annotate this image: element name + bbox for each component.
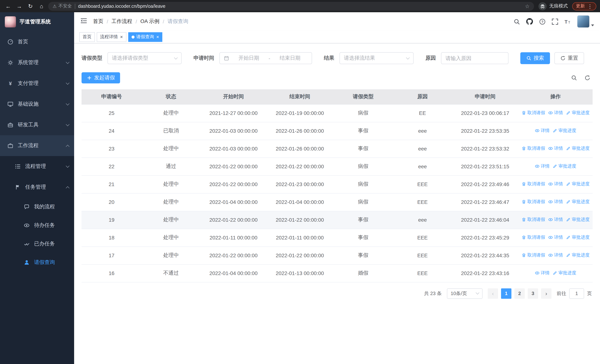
help-icon[interactable]: ? [539, 18, 545, 25]
cell-reason: eee [393, 158, 452, 175]
page-button-1[interactable]: 1 [501, 288, 511, 299]
approval-progress-link[interactable]: 审批进度 [566, 252, 590, 258]
date-range-separator: - [269, 55, 270, 61]
font-size-icon[interactable]: TT [564, 18, 571, 25]
fullscreen-icon[interactable] [552, 18, 558, 25]
browser-menu-icon[interactable]: ⋮ [587, 3, 593, 9]
cancel-leave-link[interactable]: 取消请假 [521, 145, 545, 152]
sidebar-item-my-processes[interactable]: 我的流程 [0, 197, 74, 216]
goto-page-input[interactable] [569, 288, 584, 299]
detail-link[interactable]: 详情 [548, 145, 563, 152]
detail-link[interactable]: 详情 [548, 252, 563, 258]
detail-link[interactable]: 详情 [548, 181, 563, 187]
cell-start: 2022-01-03 00:00:00 [200, 140, 266, 158]
browser-update-button[interactable]: 更新 ⋮ [572, 2, 596, 10]
gear-icon [7, 60, 13, 65]
search-button[interactable]: 搜索 [520, 52, 550, 64]
approval-progress-link[interactable]: 审批进度 [553, 163, 576, 169]
browser-forward-icon[interactable]: → [15, 2, 24, 10]
tab-label: 请假查询 [136, 34, 154, 40]
detail-link[interactable]: 详情 [548, 234, 563, 241]
breadcrumb-current: 请假查询 [168, 18, 188, 25]
cell-applied: 2022-01-22 23:45:29 [452, 229, 518, 246]
browser-back-icon[interactable]: ← [4, 2, 13, 10]
sidebar-item-home[interactable]: 首页 [0, 31, 74, 52]
sidebar-item-leave-query[interactable]: 请假查询 [0, 253, 74, 272]
sidebar-item-payment[interactable]: ¥ 支付管理 [0, 73, 74, 94]
sidebar-item-process-mgmt[interactable]: 流程管理 [0, 156, 74, 177]
breadcrumb-workflow[interactable]: 工作流程 [112, 18, 132, 25]
browser-reload-icon[interactable]: ↻ [26, 2, 35, 10]
avatar [577, 15, 590, 28]
detail-link[interactable]: 详情 [535, 163, 550, 169]
result-select[interactable]: 请选择流结果 [339, 52, 413, 64]
tab-leave-query[interactable]: 请假查询 × [128, 32, 162, 42]
sidebar-item-label: 已办任务 [34, 241, 69, 247]
sidebar-item-infra[interactable]: 基础设施 [0, 94, 74, 114]
sidebar-item-system[interactable]: 系统管理 [0, 52, 74, 73]
tab-process-detail[interactable]: 流程详情 × [97, 32, 126, 42]
date-range-picker[interactable]: 开始日期 - 结束日期 [219, 52, 312, 64]
approval-progress-link[interactable]: 审批进度 [566, 199, 590, 205]
next-page-button[interactable]: › [541, 288, 552, 299]
tags-view-bar: 首页 流程详情 × 请假查询 × [74, 31, 600, 43]
total-count: 共 23 条 [424, 290, 442, 297]
detail-link[interactable]: 详情 [548, 216, 563, 223]
reset-button[interactable]: 重置 [554, 52, 584, 64]
detail-link[interactable]: 详情 [535, 270, 550, 276]
sidebar-item-todo-tasks[interactable]: 待办任务 [0, 216, 74, 235]
hamburger-icon[interactable] [80, 18, 87, 25]
chevron-down-icon [476, 291, 479, 295]
approval-progress-link[interactable]: 审批进度 [566, 110, 590, 116]
bookmark-star-icon[interactable]: ☆ [525, 3, 530, 9]
table-tools [571, 75, 593, 81]
cancel-leave-link[interactable]: 取消请假 [521, 110, 545, 116]
browser-home-icon[interactable]: ⌂ [37, 2, 46, 10]
github-icon[interactable] [526, 18, 533, 25]
approval-progress-link[interactable]: 审批进度 [566, 216, 590, 223]
cancel-leave-link[interactable]: 取消请假 [521, 216, 545, 223]
page-size-select[interactable]: 10条/页 [447, 288, 483, 299]
cell-type: 事假 [333, 246, 393, 264]
cancel-leave-link[interactable]: 取消请假 [521, 181, 545, 187]
detail-link[interactable]: 详情 [548, 199, 563, 205]
cell-reason: EE [393, 104, 452, 122]
close-icon[interactable]: × [120, 35, 123, 39]
reason-input[interactable] [441, 52, 508, 64]
cancel-leave-link[interactable]: 取消请假 [521, 234, 545, 241]
close-icon[interactable]: × [156, 35, 159, 39]
sidebar-item-task-mgmt[interactable]: 任务管理 [0, 177, 74, 197]
sidebar-item-workflow[interactable]: 工作流程 [0, 135, 74, 156]
cancel-leave-link[interactable]: 取消请假 [521, 252, 545, 258]
cancel-leave-link[interactable]: 取消请假 [521, 199, 545, 205]
tab-home[interactable]: 首页 [79, 32, 95, 42]
detail-link[interactable]: 详情 [548, 110, 563, 116]
search-toggle-icon[interactable] [571, 75, 577, 81]
refresh-icon[interactable] [584, 75, 590, 81]
approval-progress-link[interactable]: 审批进度 [553, 270, 576, 276]
breadcrumb-home[interactable]: 首页 [93, 18, 103, 25]
cell-type: 病假 [333, 104, 393, 122]
page-button-3[interactable]: 3 [528, 288, 538, 299]
address-bar[interactable]: ⚠ 不安全 dashboard.yudao.iocoder.cn/bpm/oa/… [48, 2, 534, 10]
cell-start: 2022-01-22 00:00:00 [200, 158, 266, 175]
sidebar-item-devtools[interactable]: 研发工具 [0, 114, 74, 135]
dashboard-icon [7, 39, 13, 45]
create-leave-button[interactable]: 发起请假 [82, 72, 120, 84]
app-logo[interactable]: 芋道管理系统 [0, 12, 74, 31]
prev-page-button[interactable]: ‹ [488, 288, 498, 299]
leave-type-select[interactable]: 请选择请假类型 [107, 52, 182, 64]
approval-progress-link[interactable]: 审批进度 [553, 128, 576, 134]
security-warning[interactable]: ⚠ 不安全 [53, 3, 72, 9]
url-text[interactable]: dashboard.yudao.iocoder.cn/bpm/oa/leave [78, 3, 522, 9]
cell-id: 18 [82, 229, 141, 246]
approval-progress-link[interactable]: 审批进度 [566, 181, 590, 187]
search-icon[interactable] [514, 18, 520, 25]
sidebar-item-done-tasks[interactable]: 已办任务 [0, 235, 74, 253]
page-button-2[interactable]: 2 [514, 288, 525, 299]
breadcrumb-oa-demo[interactable]: OA 示例 [141, 18, 159, 25]
user-menu[interactable] [577, 15, 594, 28]
detail-link[interactable]: 详情 [535, 128, 550, 134]
approval-progress-link[interactable]: 审批进度 [566, 145, 590, 152]
approval-progress-link[interactable]: 审批进度 [566, 234, 590, 241]
